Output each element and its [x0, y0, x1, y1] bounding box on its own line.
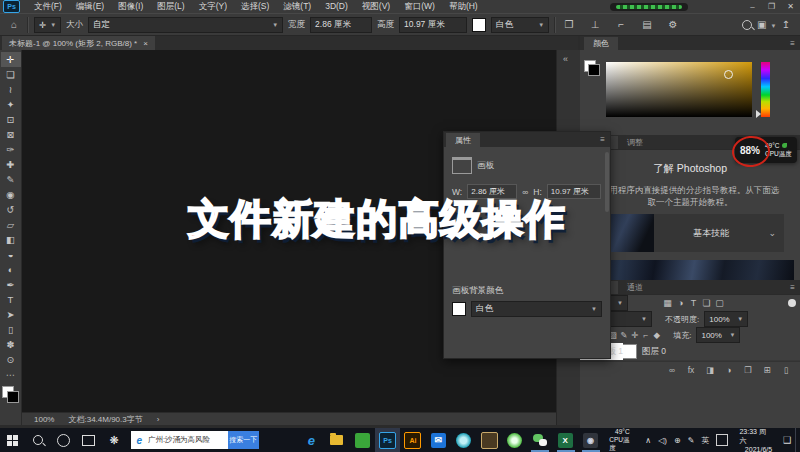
tab-color[interactable]: 颜色: [584, 37, 618, 50]
capture-app-button[interactable]: ◉: [578, 428, 603, 452]
pen-icon[interactable]: ✎: [688, 436, 695, 445]
task-view-button[interactable]: [76, 428, 101, 452]
taskbar-cpu-widget[interactable]: 49°C CPU温度: [603, 428, 641, 452]
opacity-input[interactable]: 100%▼: [704, 311, 748, 327]
volume-icon[interactable]: ◁): [658, 436, 667, 445]
edge-button[interactable]: e: [299, 428, 324, 452]
width-input[interactable]: 2.86 厘米: [310, 17, 372, 33]
tab-channels[interactable]: 通道: [618, 281, 652, 294]
green-circle-app-button[interactable]: [502, 428, 527, 452]
panel-menu-icon[interactable]: ≡: [600, 135, 605, 144]
artboard-preset-select[interactable]: 自定▼: [88, 17, 283, 33]
home-icon[interactable]: ⌂: [6, 19, 22, 30]
blur-tool[interactable]: ◒: [1, 247, 21, 262]
artboard-options-icon[interactable]: ▤: [639, 19, 655, 30]
illustrator-task-button[interactable]: Ai: [400, 428, 425, 452]
eyedropper-tool[interactable]: ✑: [1, 142, 21, 157]
status-chevron-icon[interactable]: ›: [157, 415, 160, 424]
distribute-icon[interactable]: ⌐: [613, 19, 629, 30]
hue-slider[interactable]: [761, 62, 770, 117]
filter-shape-icon[interactable]: ❏: [700, 298, 713, 308]
minimize-button[interactable]: –: [743, 0, 762, 13]
artboard-color-swatch[interactable]: [472, 18, 486, 32]
type-tool[interactable]: T: [1, 292, 21, 307]
artboard-bg-swatch[interactable]: [452, 302, 466, 316]
lock-all-icon[interactable]: ◆: [651, 330, 662, 340]
background-color-swatch[interactable]: [7, 391, 19, 403]
action-center-button[interactable]: ❑: [779, 435, 795, 445]
show-desktop-button[interactable]: [795, 428, 800, 452]
background-color-swatch[interactable]: [588, 64, 600, 76]
filter-adjustment-icon[interactable]: ◑: [674, 298, 687, 308]
foreground-background-swatches[interactable]: [2, 386, 19, 403]
share-icon[interactable]: ↥: [778, 19, 794, 30]
menu-item[interactable]: 图像(I): [111, 1, 150, 13]
new-group-icon[interactable]: ❒: [742, 365, 754, 375]
color-fgbg-swatches[interactable]: [584, 60, 600, 76]
menu-item[interactable]: 文字(Y): [192, 1, 234, 13]
menu-item[interactable]: 3D(D): [318, 1, 355, 13]
object-selection-tool[interactable]: ✦: [1, 97, 21, 112]
new-layer-icon[interactable]: ⊞: [761, 365, 773, 375]
filter-type-icon[interactable]: T: [687, 298, 700, 308]
menu-item[interactable]: 滤镜(T): [276, 1, 318, 13]
restore-button[interactable]: ❐: [762, 0, 781, 13]
align-icon[interactable]: ⊥: [587, 19, 603, 30]
panel-menu-icon[interactable]: ≡: [790, 283, 795, 292]
artboard-color-select[interactable]: 白色▼: [491, 17, 549, 33]
wechat-button[interactable]: [527, 428, 552, 452]
green-app-button[interactable]: [350, 428, 375, 452]
crop-tool[interactable]: ⊡: [1, 112, 21, 127]
taskbar-clock[interactable]: 23:33 周六 2021/6/5: [732, 427, 779, 452]
gradient-tool[interactable]: ◧: [1, 232, 21, 247]
new-artboard-icon[interactable]: ❐: [561, 19, 577, 30]
zoom-level[interactable]: 100%: [34, 415, 54, 424]
taskbar-search-icon[interactable]: [25, 428, 50, 452]
layer-effects-icon[interactable]: fx: [685, 365, 697, 375]
tool-preset-dropdown[interactable]: ✛▼: [34, 17, 61, 33]
panel-menu-icon[interactable]: ≡: [790, 39, 795, 48]
lock-pixels-icon[interactable]: ✎: [618, 330, 629, 340]
move-tool[interactable]: ✛: [1, 52, 21, 67]
layer-mask-icon[interactable]: ◨: [704, 365, 716, 375]
network-icon[interactable]: ⊕: [674, 436, 681, 445]
fill-input[interactable]: 100%▼: [696, 327, 740, 343]
cortana-button[interactable]: [51, 428, 76, 452]
menu-item[interactable]: 文件(F): [27, 1, 69, 13]
lasso-tool[interactable]: ≀: [1, 82, 21, 97]
color-gradient-field[interactable]: [606, 62, 752, 117]
tab-adjustments[interactable]: 调整: [618, 136, 652, 149]
brush-tool[interactable]: ✎: [1, 172, 21, 187]
menu-item[interactable]: 视图(V): [355, 1, 397, 13]
file-explorer-button[interactable]: [324, 428, 349, 452]
excel-button[interactable]: X: [553, 428, 578, 452]
hand-tool[interactable]: ✽: [1, 337, 21, 352]
menu-item[interactable]: 窗口(W): [397, 1, 442, 13]
color-picker-handle[interactable]: [724, 70, 733, 79]
tab-close-icon[interactable]: ×: [143, 39, 148, 48]
photoshop-task-button[interactable]: Ps: [375, 428, 400, 452]
history-brush-tool[interactable]: ↺: [1, 202, 21, 217]
adjustment-layer-icon[interactable]: ◑: [723, 365, 735, 375]
start-button[interactable]: [0, 428, 25, 452]
rectangle-tool[interactable]: ▯: [1, 322, 21, 337]
lock-position-icon[interactable]: ✛: [629, 330, 640, 340]
frame-tool[interactable]: ⊠: [1, 127, 21, 142]
clone-stamp-tool[interactable]: ◉: [1, 187, 21, 202]
ime-language-indicator[interactable]: 英: [701, 435, 709, 446]
healing-brush-tool[interactable]: ✚: [1, 157, 21, 172]
search-icon[interactable]: [742, 20, 752, 30]
filter-pixel-icon[interactable]: ▦: [661, 298, 674, 308]
tab-properties[interactable]: 属性: [446, 133, 480, 147]
height-input[interactable]: 10.97 厘米: [399, 17, 467, 33]
dodge-tool[interactable]: ◐: [1, 262, 21, 277]
pinwheel-app-button[interactable]: ❋: [102, 428, 127, 452]
path-selection-tool[interactable]: ➤: [1, 307, 21, 322]
lock-artboard-icon[interactable]: ⌐: [640, 330, 651, 340]
menu-item[interactable]: 图层(L): [150, 1, 191, 13]
teal-app-button[interactable]: [451, 428, 476, 452]
tray-expand-icon[interactable]: ∧: [645, 436, 651, 445]
zoom-tool[interactable]: ⊙: [1, 352, 21, 367]
delete-layer-icon[interactable]: ▯: [780, 365, 792, 375]
filter-smart-object-icon[interactable]: ▢: [713, 298, 726, 308]
